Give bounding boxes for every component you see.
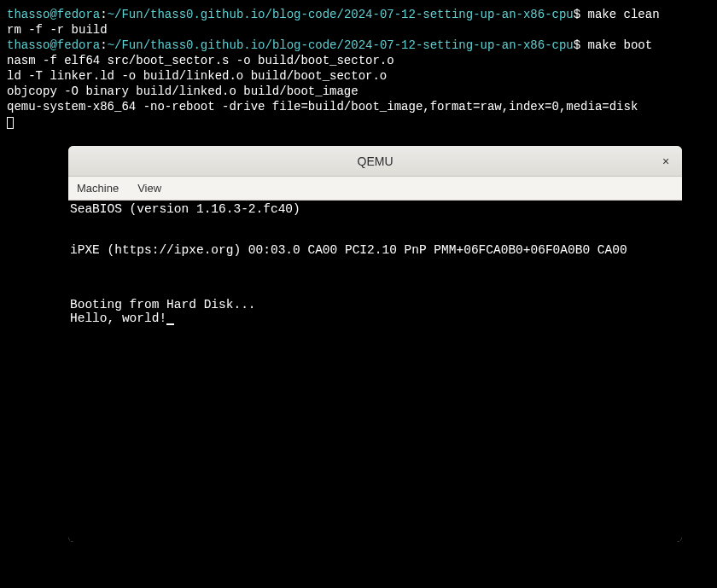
terminal-output: nasm -f elf64 src/boot_sector.s -o build… xyxy=(7,53,710,68)
prompt-user: thasso xyxy=(7,38,50,52)
command-text: make clean xyxy=(588,8,660,21)
command-text: make boot xyxy=(588,38,653,52)
window-title: QEMU xyxy=(358,154,393,168)
qemu-line: Hello, world! xyxy=(70,311,680,325)
qemu-window: QEMU × Machine View SeaBIOS (version 1.1… xyxy=(68,146,682,542)
qemu-line xyxy=(70,257,680,271)
prompt-path: ~/Fun/thass0.github.io/blog-code/2024-07… xyxy=(108,8,574,21)
host-terminal[interactable]: thasso@fedora:~/Fun/thass0.github.io/blo… xyxy=(0,0,717,137)
cursor-icon xyxy=(166,323,174,325)
qemu-screen: SeaBIOS (version 1.16.3-2.fc40) iPXE (ht… xyxy=(68,201,682,542)
prompt-at: @ xyxy=(50,38,56,52)
prompt-path: ~/Fun/thass0.github.io/blog-code/2024-07… xyxy=(108,38,574,52)
qemu-line: iPXE (https://ipxe.org) 00:03.0 CA00 PCI… xyxy=(70,243,680,257)
qemu-line: SeaBIOS (version 1.16.3-2.fc40) xyxy=(70,202,680,216)
terminal-line-1: thasso@fedora:~/Fun/thass0.github.io/blo… xyxy=(7,7,710,22)
qemu-line xyxy=(70,271,680,284)
close-button[interactable]: × xyxy=(658,154,673,169)
qemu-line: Booting from Hard Disk... xyxy=(70,298,680,311)
qemu-line xyxy=(70,216,680,230)
prompt-host: fedora xyxy=(57,38,100,52)
menubar: Machine View xyxy=(68,177,682,201)
prompt-colon: : xyxy=(100,8,107,21)
prompt-dollar: $ xyxy=(574,8,588,21)
terminal-cursor-line xyxy=(7,114,710,130)
terminal-output: ld -T linker.ld -o build/linked.o build/… xyxy=(7,68,710,84)
terminal-output: rm -f -r build xyxy=(7,22,710,38)
prompt-dollar: $ xyxy=(574,38,588,52)
terminal-output: objcopy -O binary build/linked.o build/b… xyxy=(7,84,710,99)
qemu-line xyxy=(70,284,680,298)
prompt-at: @ xyxy=(50,8,56,21)
terminal-line-2: thasso@fedora:~/Fun/thass0.github.io/blo… xyxy=(7,38,710,53)
terminal-output: qemu-system-x86_64 -no-reboot -drive fil… xyxy=(7,99,710,114)
cursor-icon xyxy=(7,117,14,129)
menu-machine[interactable]: Machine xyxy=(73,180,122,196)
prompt-host: fedora xyxy=(57,8,100,21)
qemu-text: Hello, world! xyxy=(70,311,166,325)
titlebar[interactable]: QEMU × xyxy=(68,146,682,177)
prompt-user: thasso xyxy=(7,8,50,21)
prompt-colon: : xyxy=(100,38,107,52)
menu-view[interactable]: View xyxy=(134,180,165,196)
qemu-line xyxy=(70,230,680,243)
